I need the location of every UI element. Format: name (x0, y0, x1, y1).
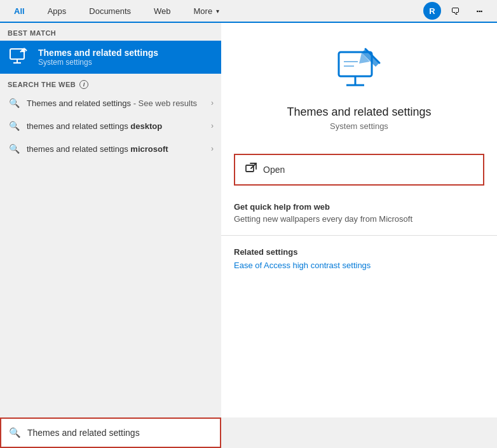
info-icon: i (79, 80, 88, 89)
feedback-icon: 🗨 (451, 6, 460, 17)
tab-more[interactable]: More ▾ (182, 0, 231, 23)
tab-web-label: Web (154, 6, 171, 16)
search-icon-3: 🔍 (8, 144, 20, 154)
search-bar[interactable]: 🔍 (0, 417, 221, 448)
tab-all-label: All (14, 6, 25, 16)
svg-rect-11 (246, 165, 254, 172)
open-button[interactable]: Open (234, 154, 484, 186)
tab-more-label: More (194, 6, 213, 16)
themes-settings-icon (334, 46, 385, 97)
search-input[interactable] (27, 428, 212, 438)
web-result-item-2[interactable]: 🔍 themes and related settings desktop › (0, 114, 221, 137)
open-label: Open (263, 165, 285, 175)
quick-help-text: Getting new wallpapers every day from Mi… (234, 214, 484, 224)
web-result-item-1[interactable]: 🔍 Themes and related settings - See web … (0, 92, 221, 114)
nav-right-controls: R 🗨 ··· (423, 0, 494, 22)
best-match-label: Best match (0, 23, 221, 41)
section-divider (221, 235, 497, 236)
best-match-text-block: Themes and related settings System setti… (38, 48, 214, 67)
tab-web[interactable]: Web (142, 0, 182, 23)
quick-help-title: Get quick help from web (234, 202, 484, 212)
left-panel: Best match Themes and related settings S… (0, 23, 221, 417)
related-settings-title: Related settings (234, 247, 484, 257)
chevron-right-icon-2: › (211, 121, 214, 130)
more-dots-icon: ··· (476, 6, 482, 17)
best-match-title: Themes and related settings (38, 48, 214, 58)
more-dropdown-arrow: ▾ (216, 8, 219, 15)
web-result-text-3: themes and related settings microsoft (27, 144, 205, 154)
web-result-item-3[interactable]: 🔍 themes and related settings microsoft … (0, 137, 221, 160)
chevron-right-icon-1: › (211, 98, 214, 107)
search-bar-icon: 🔍 (9, 427, 21, 438)
icon-area: Themes and related settings System setti… (221, 23, 497, 144)
tab-documents[interactable]: Documents (78, 0, 142, 23)
more-options-button[interactable]: ··· (469, 1, 489, 21)
chevron-right-icon-3: › (211, 144, 214, 153)
tab-all[interactable]: All (3, 0, 36, 23)
search-icon-2: 🔍 (8, 121, 20, 131)
tab-apps-label: Apps (48, 6, 67, 16)
user-avatar[interactable]: R (423, 2, 441, 20)
right-sub: System settings (330, 121, 388, 131)
open-icon (245, 163, 257, 177)
tab-apps[interactable]: Apps (36, 0, 78, 23)
tab-documents-label: Documents (89, 6, 131, 16)
best-match-sub: System settings (38, 58, 214, 67)
related-settings-link[interactable]: Ease of Access high contrast settings (234, 261, 371, 270)
main-container: Best match Themes and related settings S… (0, 23, 497, 417)
top-nav-bar: All Apps Documents Web More ▾ R 🗨 ··· (0, 0, 497, 23)
best-match-item[interactable]: Themes and related settings System setti… (0, 41, 221, 74)
search-web-text: Search the web (8, 81, 76, 88)
quick-help-section: Get quick help from web Getting new wall… (221, 196, 497, 230)
web-result-text-1: Themes and related settings - See web re… (27, 98, 205, 108)
search-icon-1: 🔍 (8, 98, 20, 108)
right-panel: Themes and related settings System setti… (221, 23, 497, 417)
feedback-button[interactable]: 🗨 (445, 1, 465, 21)
right-title: Themes and related settings (287, 105, 431, 119)
avatar-letter: R (429, 6, 435, 16)
best-match-app-icon (8, 46, 31, 69)
related-settings-section: Related settings Ease of Access high con… (221, 241, 497, 277)
search-web-label: Search the web i (0, 74, 221, 92)
web-result-text-2: themes and related settings desktop (27, 121, 205, 131)
